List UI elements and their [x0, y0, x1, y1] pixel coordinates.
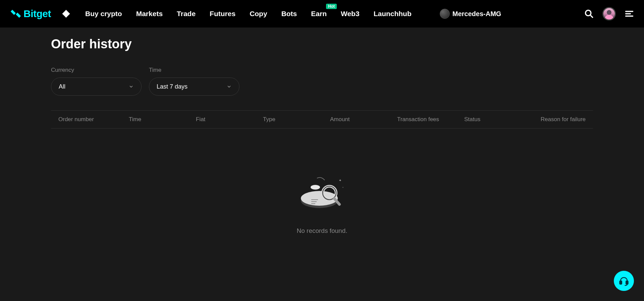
table: Order number Time Fiat Type Amount Trans… — [51, 110, 593, 235]
time-select[interactable]: Last 7 days — [149, 78, 239, 96]
menu-icon[interactable] — [625, 9, 634, 18]
header: Bitget Buy crypto Markets Trade Futures … — [0, 0, 644, 28]
search-icon[interactable] — [584, 9, 594, 18]
nav-earn[interactable]: Earn Hot — [311, 10, 327, 18]
filter-currency: Currency All — [51, 67, 142, 96]
chevron-down-icon — [226, 84, 232, 89]
col-time: Time — [129, 116, 196, 123]
main-nav: Buy crypto Markets Trade Futures Copy Bo… — [61, 9, 501, 19]
nav-buy-crypto[interactable]: Buy crypto — [85, 10, 122, 18]
currency-select-value: All — [59, 83, 65, 90]
partner-badge[interactable]: Mercedes-AMG — [440, 9, 501, 19]
nav-copy[interactable]: Copy — [250, 10, 267, 18]
nav-markets[interactable]: Markets — [136, 10, 163, 18]
nav-launchhub[interactable]: Launchhub — [374, 10, 412, 18]
support-button[interactable] — [614, 271, 634, 291]
currency-select[interactable]: All — [51, 78, 142, 96]
col-type: Type — [263, 116, 330, 123]
nav-futures[interactable]: Futures — [210, 10, 235, 18]
empty-text: No records found. — [297, 227, 347, 235]
partner-logo-icon — [440, 9, 450, 19]
table-header: Order number Time Fiat Type Amount Trans… — [51, 110, 593, 129]
svg-point-0 — [586, 10, 591, 16]
filter-time-label: Time — [149, 67, 239, 73]
avatar[interactable] — [602, 7, 616, 20]
nav-web3[interactable]: Web3 — [341, 10, 360, 18]
svg-rect-17 — [626, 281, 628, 284]
main-content: Order history Currency All Time Last 7 d… — [0, 28, 644, 235]
svg-text:+: + — [342, 186, 344, 189]
empty-illustration-icon: ✦ + — [299, 175, 345, 212]
filter-currency-label: Currency — [51, 67, 142, 73]
svg-point-7 — [311, 185, 320, 190]
col-reason-for-failure: Reason for failure — [535, 116, 586, 123]
brand-logo[interactable]: Bitget — [10, 8, 51, 19]
col-fiat: Fiat — [196, 116, 263, 123]
col-transaction-fees: Transaction fees — [397, 116, 464, 123]
partner-name: Mercedes-AMG — [452, 10, 501, 18]
nav-bots[interactable]: Bots — [281, 10, 297, 18]
filters: Currency All Time Last 7 days — [51, 67, 593, 96]
svg-text:✦: ✦ — [339, 179, 341, 182]
headset-icon — [619, 276, 629, 286]
empty-state: ✦ + No records found. — [51, 129, 593, 235]
hot-badge: Hot — [326, 4, 337, 9]
svg-rect-16 — [620, 281, 622, 284]
nav-trade[interactable]: Trade — [177, 10, 196, 18]
time-select-value: Last 7 days — [157, 83, 187, 90]
filter-time: Time Last 7 days — [149, 67, 239, 96]
col-status: Status — [464, 116, 535, 123]
col-order-number: Order number — [58, 116, 129, 123]
header-actions — [584, 7, 634, 20]
col-amount: Amount — [330, 116, 397, 123]
svg-line-1 — [591, 15, 593, 18]
nav-earn-label: Earn — [311, 10, 327, 17]
apps-icon[interactable] — [61, 9, 71, 19]
chevron-down-icon — [128, 84, 134, 89]
brand-name: Bitget — [23, 8, 51, 19]
page-title: Order history — [51, 37, 593, 51]
brand-logo-icon — [10, 8, 21, 19]
